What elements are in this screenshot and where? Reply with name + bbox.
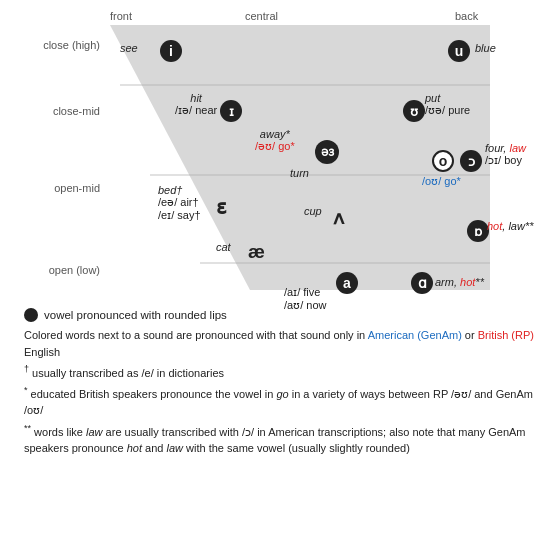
phoneme-I: ɪ xyxy=(220,100,242,122)
word-arm-hot: arm, hot** xyxy=(435,276,484,288)
row-label-open: open (low) xyxy=(20,264,100,276)
word-cup: cup xyxy=(304,205,322,217)
main-container: front central back close (high) close-mi… xyxy=(0,0,560,466)
phoneme-i: i xyxy=(160,40,182,62)
phoneme-script-a: ɑ xyxy=(411,272,433,294)
row-label-open-mid: open-mid xyxy=(20,182,100,194)
footnote-star: * educated British speakers pronounce th… xyxy=(24,384,536,419)
footnote-dagger: † usually transcribed as /e/ in dictiona… xyxy=(24,363,536,381)
word-away: away*/əʊ/ go* xyxy=(255,128,295,153)
phoneme-turned-script-a: ɒ xyxy=(467,220,489,242)
col-label-back: back xyxy=(455,10,478,22)
vowel-chart: front central back close (high) close-mi… xyxy=(20,10,540,300)
row-label-close: close (high) xyxy=(20,38,100,52)
phoneme-wedge: ʌ xyxy=(333,206,344,229)
footnote-star-marker: * xyxy=(24,385,28,395)
word-hit: hit/ɪə/ near xyxy=(175,92,217,117)
word-blue: blue xyxy=(475,42,496,54)
footnotes: Colored words next to a sound are pronou… xyxy=(14,327,546,456)
word-hot-law: hot, law** xyxy=(487,220,533,232)
phoneme-ash: æ xyxy=(248,241,265,263)
legend-dot xyxy=(24,308,38,322)
phoneme-a: a xyxy=(336,272,358,294)
footnote-double-star-marker: ** xyxy=(24,423,31,433)
word-see: see xyxy=(120,42,138,54)
phoneme-open-o: ɔ xyxy=(460,150,482,172)
footnote-dagger-marker: † xyxy=(24,364,29,374)
phoneme-u: u xyxy=(448,40,470,62)
footnote-double-star: ** words like law are usually transcribe… xyxy=(24,422,536,457)
footnote-colored-words: Colored words next to a sound are pronou… xyxy=(24,327,536,360)
legend-label: vowel pronounced with rounded lips xyxy=(44,309,227,321)
genAm-link: American (GenAm) xyxy=(368,329,462,341)
phoneme-o: o xyxy=(432,150,454,172)
british-link: British (RP) xyxy=(478,329,534,341)
word-bed: bed†/eə/ air†/eɪ/ say† xyxy=(158,184,201,222)
phoneme-upsilon: ʊ xyxy=(403,100,425,122)
word-cat: cat xyxy=(216,241,231,253)
col-label-central: central xyxy=(245,10,278,22)
col-label-front: front xyxy=(110,10,132,22)
word-four-law: four, law/ɔɪ/ boy xyxy=(485,142,526,167)
legend: vowel pronounced with rounded lips xyxy=(14,308,546,322)
row-label-close-mid: close-mid xyxy=(20,105,100,117)
word-five-now: /aɪ/ five/aʊ/ now xyxy=(284,286,326,312)
word-go-blue: /oʊ/ go* xyxy=(422,175,461,188)
word-turn: turn xyxy=(290,167,309,179)
phoneme-schwa-3: əɜ xyxy=(315,140,339,164)
phoneme-epsilon: ɛ xyxy=(216,195,227,219)
word-put: put/ʊə/ pure xyxy=(425,92,470,117)
